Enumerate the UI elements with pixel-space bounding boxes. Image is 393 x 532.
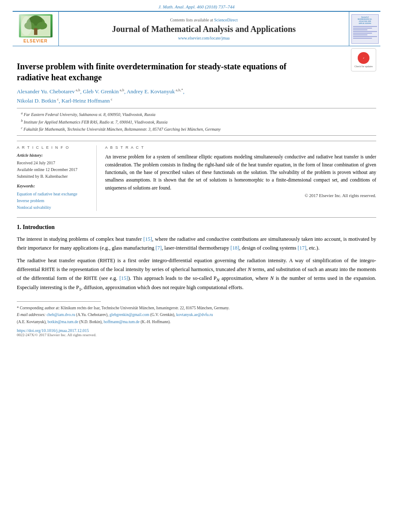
email-grenkin[interactable]: glebgrenkin@gmail.com	[110, 313, 150, 317]
issn-line: 0022-247X/© 2017 Elsevier Inc. All right…	[17, 333, 376, 337]
thumb-line-7	[353, 36, 377, 37]
thumb-line-6	[353, 34, 367, 35]
journal-url[interactable]: www.elsevier.com/locate/jmaa	[178, 36, 230, 40]
keyword-3[interactable]: Nonlocal solvability	[17, 204, 90, 211]
journal-cover-thumb: Journal ofMATHEMATICALANALYSIS ANDAPPLIC…	[351, 14, 379, 44]
author-4[interactable]: Nikolai D. Botkin	[17, 97, 56, 104]
doi-link[interactable]: https://doi.org/10.1016/j.jmaa.2017.12.0…	[17, 328, 376, 333]
journal-reference: J. Math. Anal. Appl. 460 (2018) 737–744	[0, 0, 393, 11]
keywords-section: Keywords: Equation of radiative heat exc…	[17, 184, 90, 211]
submitted-by: Submitted by B. Kaltenbacher	[17, 174, 90, 179]
doi-url[interactable]: https://doi.org/10.1016/j.jmaa.2017.12.0…	[17, 328, 89, 333]
elsevier-tree-icon	[21, 16, 50, 37]
thumb-line-3	[353, 29, 367, 30]
ref-15-link[interactable]: [15]	[143, 236, 152, 242]
aff-c-label: c	[21, 126, 23, 130]
author-2-sup: a,b	[119, 88, 124, 92]
introduction-heading: 1. Introduction	[17, 224, 376, 231]
page: J. Math. Anal. Appl. 460 (2018) 737–744 …	[0, 0, 393, 532]
aff-b-label: b	[21, 119, 23, 123]
sub-1: 1	[79, 287, 81, 292]
author-3[interactable]: Andrey E. Kovtanyuk	[127, 88, 174, 95]
two-column-layout: A R T I C L E I N F O Article history: R…	[17, 141, 376, 211]
thumb-line-5	[353, 33, 372, 34]
email-botkin[interactable]: botkin@ma.tum.de	[47, 320, 78, 324]
elsevier-logo-area: ELSEVIER	[13, 12, 59, 46]
article-info-column: A R T I C L E I N F O Article history: R…	[17, 145, 97, 211]
check-circle-icon: ✓	[358, 52, 369, 64]
email-addresses-footnote: E-mail addresses: cheb@iam.dvo.ru (A.Yu.…	[17, 312, 376, 318]
journal-ref-text: J. Math. Anal. Appl. 460 (2018) 737–744	[158, 4, 235, 9]
ref-18-link[interactable]: [18]	[230, 245, 239, 251]
check-updates-widget[interactable]: ✓ Check for updates	[351, 48, 376, 71]
functional-keyword: functional	[105, 170, 125, 175]
aff-b-text: Institute for Applied Mathematics FEB RA…	[24, 120, 168, 124]
svg-point-5	[37, 22, 47, 29]
affiliation-b: b Institute for Applied Mathematics FEB …	[21, 119, 376, 125]
email-hoffmann[interactable]: hoffmann@ma.tum.de	[103, 320, 140, 324]
thumb-line-8	[353, 38, 372, 39]
keyword-1[interactable]: Equation of radiative heat exchange	[17, 191, 90, 198]
journal-title: Journal of Mathematical Analysis and App…	[112, 24, 295, 34]
thumb-line-1	[353, 26, 377, 27]
abstract-section-label: A B S T R A C T	[105, 145, 376, 150]
email-cheb[interactable]: cheb@iam.dvo.ru	[47, 313, 75, 317]
author-1-sup: a,b	[75, 88, 80, 92]
main-content: ✓ Check for updates Inverse problem with…	[0, 46, 393, 337]
thumb-line-2	[353, 28, 372, 29]
available-date: Available online 12 December 2017	[17, 167, 90, 173]
journal-header: ELSEVIER Contents lists available at Sci…	[13, 11, 380, 46]
check-updates-label: Check for updates	[354, 65, 373, 68]
ref-7-link[interactable]: [7]	[156, 245, 162, 251]
affiliation-c: c Fakultät für Mathematik, Technische Un…	[21, 126, 376, 132]
copyright-notice: © 2017 Elsevier Inc. All rights reserved…	[105, 193, 376, 198]
svg-point-4	[24, 22, 34, 29]
svg-rect-3	[34, 28, 37, 35]
logo-image	[19, 14, 53, 37]
sciencedirect-link[interactable]: ScienceDirect	[214, 18, 237, 22]
aff-c-text: Fakultät für Mathematik, Technische Univ…	[24, 127, 221, 132]
intro-paragraph-2: The radiative heat transfer equation (RH…	[17, 256, 376, 293]
author-1[interactable]: Alexander Yu. Chebotarev	[17, 88, 75, 95]
article-info-section-label: A R T I C L E I N F O	[17, 145, 90, 150]
sub-N: N	[216, 277, 219, 282]
article-history-label: Article history:	[17, 153, 90, 158]
author-4-sup: c	[56, 97, 59, 101]
corresponding-author-footnote: * Corresponding author at: Klinikum rech…	[17, 305, 376, 311]
thumb-title-text: Journal ofMATHEMATICALANALYSIS ANDAPPLIC…	[358, 16, 372, 25]
affiliations-block: a Far Eastern Federal University, Sukhan…	[17, 108, 376, 136]
author-2[interactable]: Gleb V. Grenkin	[83, 88, 119, 95]
footnote-separator	[17, 301, 101, 302]
contents-text: Contents lists available at	[170, 18, 213, 22]
received-date: Received 24 July 2017	[17, 160, 90, 166]
aff-a-text: Far Eastern Federal University, Sukhanov…	[24, 113, 156, 117]
emails-label: E-mail addresses:	[17, 313, 46, 317]
var-N-2: N	[270, 275, 274, 281]
journal-title-area: Contents lists available at ScienceDirec…	[59, 12, 349, 46]
section-divider-1	[17, 217, 376, 218]
ref-15b-link[interactable]: [15]	[119, 275, 128, 281]
author-5[interactable]: Karl-Heinz Hoffmann	[61, 97, 110, 104]
contents-line: Contents lists available at ScienceDirec…	[170, 18, 237, 22]
abstract-column: A B S T R A C T An inverse problem for a…	[105, 145, 376, 211]
var-N-1: N	[248, 266, 251, 272]
abstract-text: An inverse problem for a system of semil…	[105, 153, 376, 192]
star-symbol: *	[17, 306, 19, 310]
authors-line: Alexander Yu. Chebotarev a,b, Gleb V. Gr…	[17, 87, 376, 105]
elsevier-wordmark: ELSEVIER	[24, 39, 47, 43]
journal-thumbnail: Journal ofMATHEMATICALANALYSIS ANDAPPLIC…	[349, 12, 380, 46]
article-title: Inverse problem with finite overdetermin…	[17, 61, 290, 83]
thumb-decoration	[353, 26, 377, 40]
keywords-label: Keywords:	[17, 184, 90, 188]
author-3-sup: a,b,*	[175, 88, 183, 92]
elsevier-logo: ELSEVIER	[19, 14, 53, 43]
email-addresses-footnote-2: (A.E. Kovtanyuk), botkin@ma.tum.de (N.D.…	[17, 319, 376, 325]
aff-a-label: a	[21, 111, 23, 115]
ref-17-link[interactable]: [17]	[298, 245, 306, 251]
thumb-line-4	[353, 31, 377, 32]
keyword-2[interactable]: Inverse problem	[17, 198, 90, 204]
check-updates-box[interactable]: ✓ Check for updates	[351, 48, 376, 71]
author-5-sup: c	[110, 97, 112, 101]
affiliation-a: a Far Eastern Federal University, Sukhan…	[21, 111, 376, 118]
email-kovtanyuk[interactable]: kovtanyuk.ae@dvfu.ru	[176, 313, 213, 317]
